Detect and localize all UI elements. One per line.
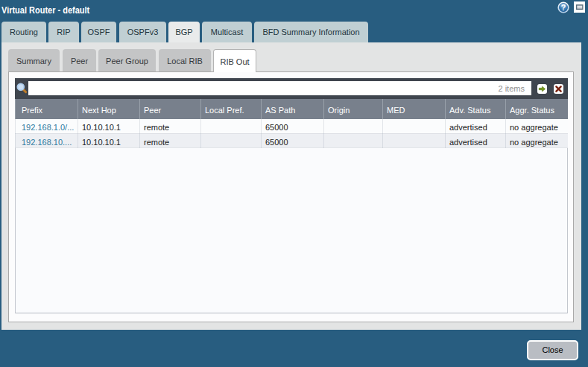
svg-text:?: ? [561, 3, 566, 12]
